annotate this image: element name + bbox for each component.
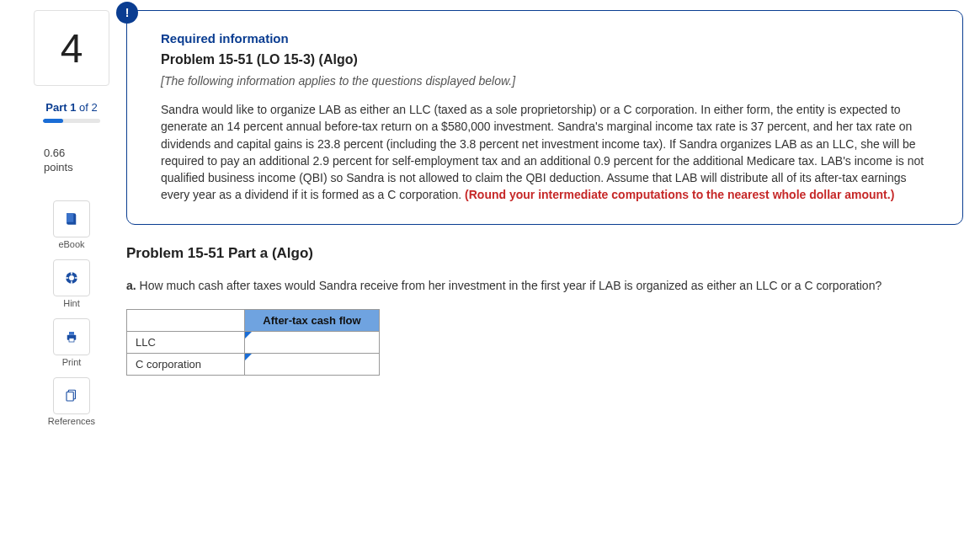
main-content: ! Required information Problem 15-51 (LO… xyxy=(126,10,963,436)
progress-fill xyxy=(43,119,63,123)
ebook-label: eBook xyxy=(58,239,84,249)
points-block: 0.66 points xyxy=(34,147,109,175)
part-indicator: Part 1 of 2 xyxy=(45,101,97,114)
applies-note: [The following information applies to th… xyxy=(161,74,929,88)
row-label-llc: LLC xyxy=(127,332,245,354)
answer-table: After-tax cash flow LLC C corporation xyxy=(126,309,380,376)
hint-button[interactable] xyxy=(53,259,90,296)
input-marker-icon xyxy=(245,354,252,360)
points-value: 0.66 xyxy=(44,147,109,161)
references-button[interactable] xyxy=(53,377,90,414)
lifesaver-icon xyxy=(64,270,79,285)
input-ccorp-cashflow[interactable] xyxy=(245,354,380,376)
input-marker-icon xyxy=(245,332,252,339)
table-row: LLC xyxy=(127,332,380,354)
hint-label: Hint xyxy=(63,298,80,308)
svg-rect-2 xyxy=(71,271,72,275)
progress-bar xyxy=(43,119,100,123)
svg-point-1 xyxy=(69,275,74,280)
problem-title: Problem 15-51 (LO 15-3) (Algo) xyxy=(161,52,929,67)
row-label-ccorp: C corporation xyxy=(127,354,245,376)
alert-badge: ! xyxy=(116,2,138,24)
svg-rect-7 xyxy=(69,332,74,335)
svg-rect-5 xyxy=(75,277,78,279)
points-label: points xyxy=(44,161,109,175)
print-button[interactable] xyxy=(53,318,90,355)
print-label: Print xyxy=(62,357,82,367)
copy-icon xyxy=(64,388,79,403)
svg-rect-3 xyxy=(71,281,72,285)
required-info-box: Required information Problem 15-51 (LO 1… xyxy=(126,10,963,225)
rounding-note: (Round your intermediate computations to… xyxy=(461,188,894,201)
svg-rect-8 xyxy=(69,338,74,342)
required-info-label: Required information xyxy=(161,31,929,45)
book-icon xyxy=(64,211,79,227)
table-corner xyxy=(127,310,245,332)
svg-rect-10 xyxy=(67,392,73,401)
problem-body: Sandra would like to organize LAB as eit… xyxy=(161,101,929,204)
sidebar: 4 Part 1 of 2 0.66 points eBook Hint Pri… xyxy=(34,10,109,436)
svg-rect-4 xyxy=(66,277,69,279)
table-row: C corporation xyxy=(127,354,380,376)
printer-icon xyxy=(64,329,79,344)
part-title: Problem 15-51 Part a (Algo) xyxy=(126,245,963,262)
ebook-button[interactable] xyxy=(53,200,90,237)
info-box-wrap: ! Required information Problem 15-51 (LO… xyxy=(126,10,963,225)
references-label: References xyxy=(48,416,95,426)
question-number-box: 4 xyxy=(34,10,109,86)
question-text: a. How much cash after taxes would Sandr… xyxy=(126,277,963,294)
input-llc-cashflow[interactable] xyxy=(245,332,380,354)
table-header-cashflow: After-tax cash flow xyxy=(245,310,380,332)
question-number: 4 xyxy=(61,25,83,72)
exclamation-icon: ! xyxy=(125,6,130,19)
